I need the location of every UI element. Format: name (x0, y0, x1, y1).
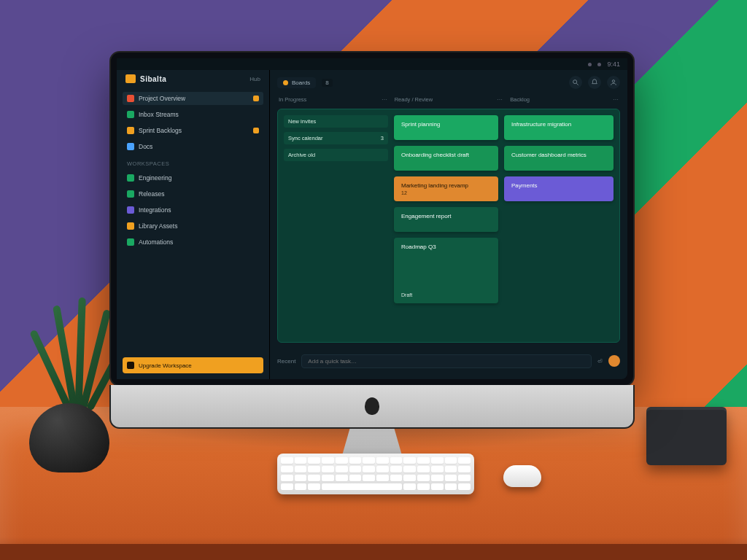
brand-subtitle: Hub (249, 76, 260, 82)
card[interactable]: Payments (504, 176, 614, 201)
menubar-indicator-icon (597, 63, 601, 66)
workspace-icon (127, 190, 134, 198)
sidebar-item-label: Integrations (139, 206, 259, 214)
mouse (503, 465, 541, 487)
docs-icon (127, 143, 134, 150)
sidebar-item-library[interactable]: Library Assets (123, 219, 263, 233)
sidebar-item-label: Docs (139, 143, 259, 150)
search-button[interactable] (569, 76, 582, 89)
badge-icon (253, 128, 259, 133)
sidebar-item-inbox[interactable]: Inbox Streams (123, 108, 263, 121)
card-title: Infrastructure migration (511, 121, 606, 128)
sidebar-item-engineering[interactable]: Engineering (123, 171, 263, 184)
board-dot-icon (283, 80, 288, 85)
more-icon[interactable]: ⋯ (613, 96, 619, 103)
column-header[interactable]: In Progress⋯ (279, 96, 387, 103)
card[interactable]: Roadmap Q3 Draft (394, 238, 498, 303)
sidebar: Sibalta Hub Project Overview Inbox Strea… (117, 58, 270, 379)
svg-point-2 (612, 80, 614, 82)
notifications-button[interactable] (588, 76, 601, 89)
sidebar-item-automations[interactable]: Automations (123, 236, 263, 249)
board-selector[interactable]: Boards (277, 77, 316, 88)
card[interactable]: Sprint planning (394, 115, 498, 140)
sidebar-item-integrations[interactable]: Integrations (123, 203, 263, 217)
list-item-label: Sync calendar (288, 135, 323, 141)
plant (40, 305, 120, 414)
card-title: Marketing landing revamp (401, 182, 491, 189)
board-count: 8 (322, 79, 332, 87)
board-name: Boards (292, 79, 310, 86)
card[interactable]: Onboarding checklist draft (394, 146, 498, 171)
list-item[interactable]: Sync calendar3 (284, 132, 388, 144)
card[interactable]: Marketing landing revamp12 (394, 176, 498, 201)
card-meta: 12 (401, 190, 491, 195)
column-header[interactable]: Backlog⋯ (510, 96, 619, 103)
brand-name: Sibalta (140, 75, 166, 83)
menubar-indicator-icon (588, 63, 592, 66)
sidebar-group-label: Workspaces (123, 156, 263, 168)
keyboard (277, 454, 474, 494)
svg-point-0 (573, 80, 577, 84)
plug-icon (127, 206, 134, 214)
bell-icon (591, 79, 598, 86)
profile-button[interactable] (607, 76, 620, 89)
speaker-box (646, 407, 727, 465)
brand-logo-icon (125, 74, 136, 83)
more-icon[interactable]: ⋯ (382, 96, 387, 103)
column-header[interactable]: Ready / Review⋯ (395, 96, 503, 103)
card-title: Roadmap Q3 (401, 244, 491, 250)
quick-add-input[interactable] (301, 354, 592, 368)
list-item[interactable]: New invites (284, 115, 388, 128)
brand[interactable]: Sibalta Hub (123, 74, 263, 89)
card-title: Engagement report (401, 213, 491, 219)
main-panel: Boards 8 In Progress⋯ Re (270, 58, 627, 379)
card[interactable]: Infrastructure migration (504, 115, 614, 140)
sidebar-item-label: Inbox Streams (139, 111, 259, 118)
apple-logo-icon (365, 397, 379, 415)
inbox-icon (127, 111, 134, 118)
sprint-icon (127, 127, 134, 134)
sidebar-item-overview[interactable]: Project Overview (123, 92, 263, 105)
sidebar-item-docs[interactable]: Docs (123, 140, 263, 153)
sidebar-item-sprints[interactable]: Sprint Backlogs (123, 124, 263, 137)
kanban-board: Sprint planning Infrastructure migration… (277, 109, 620, 343)
more-icon[interactable]: ⋯ (497, 96, 503, 103)
column-headers: In Progress⋯ Ready / Review⋯ Backlog⋯ (277, 96, 620, 103)
card-title: Sprint planning (401, 121, 491, 128)
user-icon (610, 79, 617, 86)
quick-add-hint: ⏎ (597, 358, 603, 365)
upgrade-banner[interactable]: Upgrade Workspace (123, 357, 263, 373)
upgrade-banner-label: Upgrade Workspace (139, 362, 192, 369)
list-item-label: New invites (288, 118, 316, 125)
workspace-icon (127, 174, 134, 182)
topbar: Boards 8 (277, 74, 620, 90)
search-icon (572, 79, 579, 86)
app-screen: 9:41 Sibalta Hub Project Overview Inbox … (117, 58, 627, 379)
monitor-bezel: 9:41 Sibalta Hub Project Overview Inbox … (109, 51, 635, 386)
card-meta: Draft (401, 292, 491, 298)
sidebar-item-label: Automations (139, 238, 259, 246)
scene: 9:41 Sibalta Hub Project Overview Inbox … (0, 0, 747, 560)
monitor-chin (109, 385, 635, 429)
card-title: Payments (511, 182, 606, 189)
svg-line-1 (576, 83, 578, 85)
column-title: In Progress (279, 96, 306, 103)
card[interactable]: Engagement report (394, 207, 498, 232)
list-item-badge: 3 (381, 135, 384, 141)
sidebar-item-label: Sprint Backlogs (139, 127, 249, 134)
column-title: Ready / Review (395, 96, 433, 103)
star-icon (127, 362, 134, 369)
list-item[interactable]: Archive old (284, 149, 388, 161)
os-menubar: 9:41 (117, 58, 627, 70)
sidebar-item-releases[interactable]: Releases (123, 187, 263, 201)
card-title: Customer dashboard metrics (511, 152, 606, 158)
sidebar-item-label: Library Assets (139, 222, 259, 230)
card[interactable]: Customer dashboard metrics (504, 146, 614, 171)
quick-add-label: Recent (277, 358, 295, 365)
quick-add-bar: Recent ⏎ (277, 349, 620, 373)
folder-icon (127, 95, 134, 102)
backlog-column: New invites Sync calendar3 Archive old (284, 115, 388, 232)
quick-add-submit[interactable] (608, 355, 620, 367)
menubar-clock: 9:41 (607, 61, 620, 68)
badge-icon (253, 96, 259, 101)
